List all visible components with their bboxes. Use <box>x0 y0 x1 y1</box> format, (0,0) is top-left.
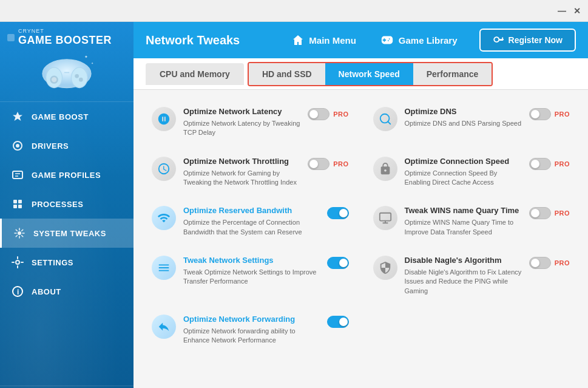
svg-text:✦: ✦ <box>84 55 88 59</box>
sidebar-item-settings[interactable]: SETTINGS <box>0 248 133 277</box>
sidebar-item-about[interactable]: i ABOUT <box>0 277 133 306</box>
sidebar-label-game-boost: GAME BOOST <box>32 112 89 121</box>
tab-group: HD and SSD Network Speed Performance <box>248 62 493 86</box>
svg-point-21 <box>16 260 19 264</box>
tweak-text-network-forwarding: Optimize Network Forwarding Optimize Net… <box>183 315 320 345</box>
toggle-tweak-network[interactable] <box>327 257 349 269</box>
register-now-label: Register Now <box>509 35 563 45</box>
pro-badge-optimize-dns: PRO <box>555 111 570 118</box>
tweak-control-reserved-bandwidth <box>327 206 349 219</box>
topbar: Network Tweaks Main Menu Game Library <box>133 22 588 58</box>
sidebar-item-game-boost[interactable]: GAME BOOST <box>0 102 133 131</box>
tweak-control-wins-name: PRO <box>529 206 570 219</box>
toggle-network-latency[interactable] <box>308 108 329 120</box>
toggle-thumb-wins-name <box>531 209 539 217</box>
sidebar-item-drivers[interactable]: DRIVERS <box>0 131 133 160</box>
tweak-item-reserved-bandwidth: Optimize Reserved Bandwith Optimize the … <box>149 201 352 242</box>
tweak-title-optimize-dns: Optimize DNS <box>405 107 522 117</box>
toggle-wins-name[interactable] <box>529 207 551 219</box>
svg-text:i: i <box>17 288 19 296</box>
register-now-button[interactable]: Register Now <box>479 29 576 52</box>
processes-icon <box>11 197 24 211</box>
svg-rect-17 <box>18 200 22 203</box>
register-button[interactable]: Register Now <box>408 22 503 27</box>
sidebar-label-drivers: DRIVERS <box>32 141 69 151</box>
tweak-title-network-throttling: Optimize Network Throttling <box>183 157 300 167</box>
toggle-thumb-reserved-bandwidth <box>339 209 348 217</box>
gamepad-icon <box>380 34 394 46</box>
close-button[interactable]: ✕ <box>573 7 581 15</box>
svg-point-7 <box>52 77 56 82</box>
tab-group-container: HD and SSD Network Speed Performance <box>248 62 493 86</box>
tweak-text-tweak-network: Tweak Network Settings Tweak Optimize Ne… <box>183 256 320 287</box>
svg-text:✦: ✦ <box>91 61 93 65</box>
tweak-control-network-latency: PRO <box>308 107 348 120</box>
tweak-icon-nagle-algorithm <box>373 256 397 280</box>
tab-network-speed[interactable]: Network Speed <box>325 63 413 85</box>
drivers-icon <box>11 139 24 152</box>
tweak-title-network-forwarding: Optimize Network Forwarding <box>183 315 320 325</box>
tab-performance[interactable]: Performance <box>413 63 492 85</box>
tweak-text-wins-name: Tweak WINS name Quary Time Optimize WINS… <box>405 206 522 237</box>
minimize-button[interactable]: — <box>558 7 566 15</box>
tweak-desc-nagle-algorithm: Disable Nigle's Algorithm to Fix Latency… <box>405 268 522 296</box>
svg-rect-13 <box>13 171 22 179</box>
toggle-optimize-dns[interactable] <box>529 108 551 120</box>
tweak-control-nagle-algorithm: PRO <box>529 256 570 269</box>
pro-badge-nagle-algorithm: PRO <box>555 259 570 267</box>
toggle-network-throttling[interactable] <box>308 158 329 170</box>
game-library-button[interactable]: Game Library <box>371 30 467 50</box>
tweak-title-wins-name: Tweak WINS name Quary Time <box>405 206 522 216</box>
svg-text:·: · <box>87 52 87 55</box>
tweak-text-reserved-bandwidth: Optimize Reserved Bandwith Optimize the … <box>183 206 320 237</box>
key-icon <box>493 35 504 46</box>
logo-area: CRYNET GAME BOOSTER <box>0 22 133 102</box>
sidebar-item-processes[interactable]: PROCESSES <box>0 189 133 219</box>
tweak-item-wins-name: Tweak WINS name Quary Time Optimize WINS… <box>370 201 573 242</box>
tweak-desc-wins-name: Optimize WINS Name Quary Time to Improve… <box>405 218 522 237</box>
main-panel: Register Now Network Tweaks Main Menu <box>133 22 588 388</box>
sidebar-label-settings: SETTINGS <box>32 258 73 267</box>
tweak-text-nagle-algorithm: Disable Nagle's Algorithm Disable Nigle'… <box>405 256 522 296</box>
tweak-control-network-forwarding <box>327 315 349 328</box>
tweak-text-connection-speed: Optimize Connection Speed Optimize Conne… <box>405 157 522 188</box>
pro-badge-network-throttling: PRO <box>333 160 348 168</box>
svg-point-4 <box>75 74 79 78</box>
main-menu-label: Main Menu <box>309 35 356 46</box>
tweak-icon-tweak-network <box>152 256 176 280</box>
tab-hd-ssd[interactable]: HD and SSD <box>249 63 325 85</box>
toggle-connection-speed[interactable] <box>529 158 551 170</box>
home-icon <box>292 34 304 46</box>
sidebar-bottom: Unregistered <box>0 386 133 388</box>
sidebar-item-game-profiles[interactable]: GAME PROFILES <box>0 160 133 189</box>
tweak-title-nagle-algorithm: Disable Nagle's Algorithm <box>405 256 522 266</box>
sidebar-label-about: ABOUT <box>32 287 61 296</box>
sidebar-label-game-profiles: GAME PROFILES <box>32 171 101 180</box>
tweak-title-network-latency: Optimize Network Latency <box>183 107 300 117</box>
tweak-control-network-throttling: PRO <box>308 157 348 170</box>
toggle-network-forwarding[interactable] <box>327 316 349 328</box>
tweak-icon-network-forwarding <box>152 315 176 339</box>
toggle-nagle-algorithm[interactable] <box>529 257 551 269</box>
tweak-title-connection-speed: Optimize Connection Speed <box>405 157 522 167</box>
svg-point-12 <box>16 144 19 148</box>
tweak-item-network-forwarding: Optimize Network Forwarding Optimize Net… <box>149 310 352 350</box>
logo-main: GAME BOOSTER <box>18 34 112 47</box>
tabs-bar: CPU and Memory HD and SSD Network Speed … <box>133 58 588 90</box>
sidebar-label-processes: PROCESSES <box>32 200 83 209</box>
toggle-reserved-bandwidth[interactable] <box>327 207 349 219</box>
tweak-item-network-latency: Optimize Network Latency Optimize Networ… <box>149 102 352 143</box>
tweak-icon-network-latency <box>152 107 176 131</box>
settings-icon <box>11 256 24 269</box>
main-menu-button[interactable]: Main Menu <box>282 30 366 50</box>
pro-badge-wins-name: PRO <box>555 209 570 217</box>
tab-cpu-memory[interactable]: CPU and Memory <box>146 63 244 85</box>
toggle-thumb-network-latency <box>309 110 318 118</box>
tweak-desc-reserved-bandwidth: Optimize the Percentage of Connection Ba… <box>183 218 320 237</box>
sidebar-item-system-tweaks[interactable]: SYSTEM TWEAKS <box>0 219 133 248</box>
sidebar-nav: GAME BOOST DRIVERS <box>0 102 133 306</box>
title-bar: — ✕ <box>0 0 588 22</box>
tweak-desc-optimize-dns: Optimize DNS and DNS Parsing Speed <box>405 119 522 128</box>
sidebar-label-system-tweaks: SYSTEM TWEAKS <box>33 229 106 238</box>
toggle-thumb-network-forwarding <box>339 318 348 326</box>
